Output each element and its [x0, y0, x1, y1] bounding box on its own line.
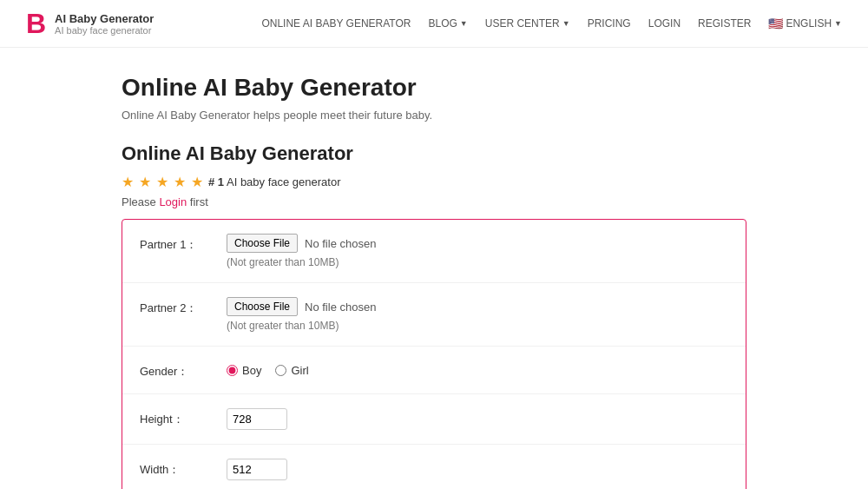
partner2-choose-file-button[interactable]: Choose File [227, 297, 298, 316]
height-row: Height： [122, 394, 746, 445]
partner2-control: Choose File No file chosen (Not greater … [227, 297, 728, 332]
partner1-hint: (Not greater than 10MB) [227, 256, 728, 268]
star-5: ★ [191, 174, 203, 190]
logo-title: AI Baby Generator [55, 12, 154, 25]
gender-girl-option[interactable]: Girl [275, 364, 308, 377]
nav-language[interactable]: 🇺🇸 ENGLISH ▼ [768, 17, 842, 30]
nav-blog[interactable]: BLOG ▼ [428, 17, 467, 30]
user-center-dropdown-arrow: ▼ [562, 19, 570, 28]
logo-subtitle: AI baby face generator [55, 25, 154, 36]
partner2-file-row: Choose File No file chosen [227, 297, 728, 316]
height-control [227, 408, 728, 430]
section-title: Online AI Baby Generator [122, 142, 746, 165]
nav: ONLINE AI BABY GENERATOR BLOG ▼ USER CEN… [261, 17, 842, 30]
width-input[interactable] [227, 459, 287, 480]
gender-radio-group: Boy Girl [227, 360, 728, 377]
gender-girl-label: Girl [291, 364, 308, 377]
gender-label: Gender： [140, 360, 227, 380]
star-3: ★ [156, 174, 168, 190]
partner1-file-name: No file chosen [305, 237, 376, 250]
partner1-label: Partner 1： [140, 234, 227, 253]
width-row: Width： [122, 445, 746, 489]
gender-row: Gender： Boy Girl [122, 347, 746, 394]
width-control [227, 459, 728, 480]
partner1-choose-file-button[interactable]: Choose File [227, 234, 298, 253]
gender-boy-label: Boy [242, 364, 261, 377]
logo-letter: B [26, 10, 46, 37]
nav-user-center[interactable]: USER CENTER ▼ [485, 17, 570, 30]
flag-icon: 🇺🇸 [768, 17, 783, 30]
nav-register[interactable]: REGISTER [698, 17, 751, 30]
blog-dropdown-arrow: ▼ [460, 19, 468, 28]
partner2-label: Partner 2： [140, 297, 227, 316]
partner1-control: Choose File No file chosen (Not greater … [227, 234, 728, 268]
star-2: ★ [139, 174, 151, 190]
login-link[interactable]: Login [159, 195, 187, 208]
header: B AI Baby Generator AI baby face generat… [0, 0, 868, 48]
partner2-file-name: No file chosen [305, 301, 376, 314]
logo-text: AI Baby Generator AI baby face generator [55, 12, 154, 36]
height-input[interactable] [227, 408, 287, 430]
nav-pricing[interactable]: PRICING [588, 17, 631, 30]
partner2-row: Partner 2： Choose File No file chosen (N… [122, 283, 746, 347]
gender-boy-option[interactable]: Boy [227, 364, 261, 377]
partner2-hint: (Not greater than 10MB) [227, 320, 728, 332]
logo: B AI Baby Generator AI baby face generat… [26, 10, 154, 37]
partner1-row: Partner 1： Choose File No file chosen (N… [122, 220, 746, 283]
nav-home[interactable]: ONLINE AI BABY GENERATOR [261, 17, 411, 30]
gender-control: Boy Girl [227, 360, 728, 377]
page-description: Online AI Baby Generator helps people me… [122, 109, 746, 122]
width-label: Width： [140, 459, 227, 478]
page-title: Online AI Baby Generator [122, 74, 746, 102]
gender-girl-radio[interactable] [275, 365, 286, 376]
rating-row: ★ ★ ★ ★ ★ # 1 AI baby face generator [122, 174, 746, 190]
partner1-file-row: Choose File No file chosen [227, 234, 728, 253]
rating-text: # 1 AI baby face generator [208, 175, 341, 188]
generator-form: Partner 1： Choose File No file chosen (N… [122, 219, 746, 489]
language-dropdown-arrow: ▼ [834, 19, 842, 28]
star-1: ★ [122, 174, 134, 190]
main-content: Online AI Baby Generator Online AI Baby … [104, 48, 764, 489]
height-label: Height： [140, 408, 227, 427]
nav-login[interactable]: LOGIN [648, 17, 681, 30]
gender-boy-radio[interactable] [227, 365, 238, 376]
star-4: ★ [174, 174, 186, 190]
login-notice: Please Login first [122, 195, 746, 208]
